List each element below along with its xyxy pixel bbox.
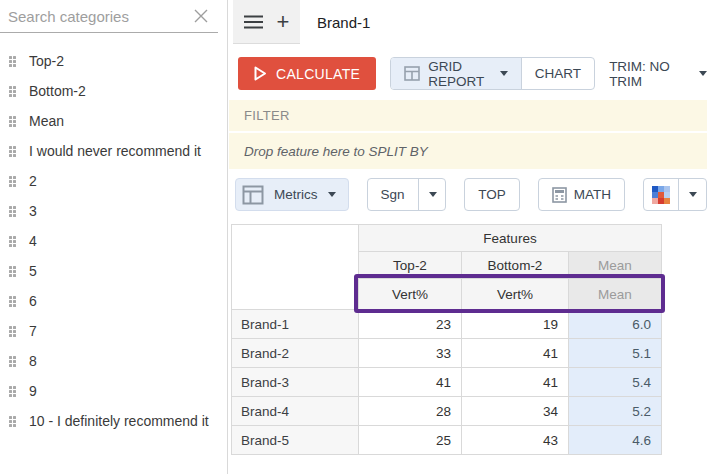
value-cell[interactable]: 6.0 [569,310,662,339]
category-item[interactable]: 10 - I definitely recommend it [0,406,227,436]
table-row: Brand-5 25 43 4.6 [232,426,662,455]
grid-report-button[interactable]: GRID REPORT [391,58,521,89]
drag-handle-icon[interactable] [9,146,16,157]
drag-handle-icon[interactable] [9,236,16,247]
value-cell[interactable]: 41 [462,339,569,368]
row-label[interactable]: Brand-1 [232,310,359,339]
drag-handle-icon[interactable] [9,416,16,427]
drag-handle-icon[interactable] [9,326,16,337]
row-label[interactable]: Brand-4 [232,397,359,426]
view-switcher: GRID REPORT CHART [390,57,595,90]
column-header[interactable]: Bottom-2 [462,252,569,279]
report-table-wrap: Features Top-2 Bottom-2 Mean Vert% Vert%… [231,224,667,455]
value-cell[interactable]: 41 [359,368,462,397]
value-cell[interactable]: 28 [359,397,462,426]
category-item[interactable]: Bottom-2 [0,76,227,106]
category-item[interactable]: 9 [0,376,227,406]
value-cell[interactable]: 25 [359,426,462,455]
categories-sidebar: Top-2 Bottom-2 Mean I would never recomm… [0,0,228,474]
row-label[interactable]: Brand-3 [232,368,359,397]
column-header[interactable]: Top-2 [359,252,462,279]
math-button[interactable]: MATH [538,178,625,211]
category-label: 8 [29,353,37,369]
category-item[interactable]: 8 [0,346,227,376]
value-cell[interactable]: 41 [462,368,569,397]
drag-handle-icon[interactable] [9,86,16,97]
color-scheme-button[interactable] [644,179,678,210]
value-cell[interactable]: 5.4 [569,368,662,397]
grid-icon [404,66,420,81]
table-row: Brand-4 28 34 5.2 [232,397,662,426]
search-bar [0,0,218,33]
top-button[interactable]: TOP [464,178,520,211]
drag-handle-icon[interactable] [9,206,16,217]
caret-down-icon [699,71,707,76]
category-item[interactable]: 5 [0,256,227,286]
row-label[interactable]: Brand-2 [232,339,359,368]
color-scheme-split-button [643,178,707,211]
category-label: 5 [29,263,37,279]
filter-bar[interactable]: FILTER [229,100,707,131]
table-row: Brand-3 41 41 5.4 [232,368,662,397]
category-label: Top-2 [29,53,64,69]
category-item[interactable]: 4 [0,226,227,256]
value-cell[interactable]: 23 [359,310,462,339]
metrics-toolbar: Metrics Sgn TOP MATH [235,178,707,211]
category-label: 2 [29,173,37,189]
split-by-dropzone[interactable]: Drop feature here to SPLIT BY [229,133,707,169]
value-cell[interactable]: 4.6 [569,426,662,455]
drag-handle-icon[interactable] [9,356,16,367]
stat-header[interactable]: Mean [569,279,662,310]
category-item[interactable]: Mean [0,106,227,136]
report-table: Features Top-2 Bottom-2 Mean Vert% Vert%… [231,224,662,455]
group-header[interactable]: Features [359,225,662,252]
column-header[interactable]: Mean [569,252,662,279]
sgn-button[interactable]: Sgn [368,179,418,210]
drag-handle-icon[interactable] [9,296,16,307]
category-item[interactable]: Top-2 [0,46,227,76]
tab-actions: + [233,0,300,44]
drag-handle-icon[interactable] [9,176,16,187]
tab-title[interactable]: Brand-1 [317,0,370,44]
caret-down-icon [429,192,437,197]
category-label: Mean [29,113,64,129]
stat-header[interactable]: Vert% [462,279,569,310]
trim-dropdown[interactable]: TRIM: NO TRIM [609,59,707,89]
calculator-icon [552,187,567,203]
drag-handle-icon[interactable] [9,116,16,127]
caret-down-icon [689,192,697,197]
category-item[interactable]: I would never recommend it [0,136,227,166]
category-item[interactable]: 7 [0,316,227,346]
color-scheme-dropdown-toggle[interactable] [678,179,707,210]
calculate-button[interactable]: CALCULATE [238,57,376,90]
search-input[interactable] [8,8,192,25]
menu-icon[interactable] [244,15,263,29]
category-item[interactable]: 3 [0,196,227,226]
add-tab-icon[interactable]: + [277,11,290,33]
row-label[interactable]: Brand-5 [232,426,359,455]
category-list: Top-2 Bottom-2 Mean I would never recomm… [0,33,227,436]
drag-handle-icon[interactable] [9,386,16,397]
drag-handle-icon[interactable] [9,266,16,277]
stat-header[interactable]: Vert% [359,279,462,310]
value-cell[interactable]: 34 [462,397,569,426]
category-item[interactable]: 2 [0,166,227,196]
chart-button[interactable]: CHART [521,58,594,89]
sgn-dropdown-toggle[interactable] [418,179,447,210]
caret-down-icon [328,192,336,197]
sgn-split-button: Sgn [367,178,447,211]
value-cell[interactable]: 43 [462,426,569,455]
caret-down-icon [500,71,508,76]
value-cell[interactable]: 19 [462,310,569,339]
category-label: 3 [29,203,37,219]
close-icon[interactable] [192,7,210,25]
report-toolbar: CALCULATE GRID REPORT CHART TRIM: NO TRI… [238,57,707,90]
value-cell[interactable]: 33 [359,339,462,368]
category-label: I would never recommend it [29,143,201,159]
drag-handle-icon[interactable] [9,56,16,67]
metrics-dropdown[interactable]: Metrics [235,178,349,211]
category-item[interactable]: 6 [0,286,227,316]
value-cell[interactable]: 5.2 [569,397,662,426]
value-cell[interactable]: 5.1 [569,339,662,368]
category-label: 7 [29,323,37,339]
